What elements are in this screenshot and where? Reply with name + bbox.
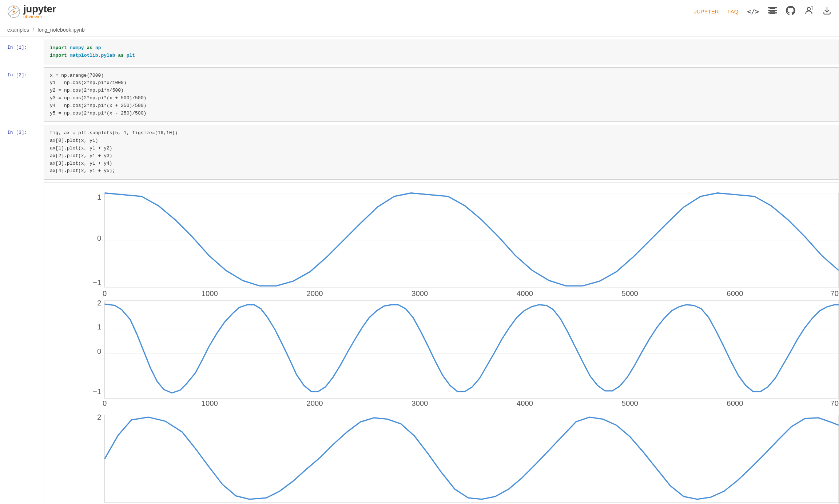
svg-point-3: [13, 6, 15, 8]
svg-rect-7: [770, 8, 775, 9]
faq-nav-link[interactable]: FAQ: [727, 8, 738, 15]
svg-text:1000: 1000: [202, 399, 218, 407]
logo-jupyter-label: jupyter: [23, 4, 56, 15]
jupyter-nav-link[interactable]: JUPYTER: [694, 8, 719, 15]
cell-1-label: In [1]:: [0, 40, 44, 50]
svg-text:2: 2: [97, 413, 101, 421]
notebook: In [1]: import numpy as np import matplo…: [0, 40, 839, 504]
svg-point-10: [807, 7, 811, 11]
chart-output: 1 0 −1 0 1000 2000 3000 4000 5000: [44, 183, 839, 504]
svg-line-11: [812, 7, 813, 7]
svg-text:4000: 4000: [517, 289, 533, 297]
breadcrumb-separator: /: [33, 27, 36, 33]
svg-text:−1: −1: [93, 279, 101, 287]
svg-rect-4: [768, 7, 777, 8]
svg-rect-28: [105, 301, 839, 398]
cell-1: In [1]: import numpy as np import matplo…: [0, 40, 839, 64]
svg-text:0: 0: [103, 399, 107, 407]
cell-3: In [3]: fig, ax = plt.subplots(5, 1, fig…: [0, 125, 839, 180]
github-icon[interactable]: [786, 6, 795, 17]
header: jupyter nbviewer JUPYTER FAQ </>: [0, 0, 839, 23]
svg-point-2: [13, 11, 15, 12]
svg-rect-6: [768, 12, 777, 13]
svg-text:1: 1: [97, 323, 101, 331]
header-nav: JUPYTER FAQ </>: [694, 6, 832, 17]
svg-text:−1: −1: [93, 388, 101, 396]
user-icon[interactable]: [804, 6, 814, 17]
logo-nbviewer-label: nbviewer: [23, 14, 56, 19]
logo-area: jupyter nbviewer: [7, 4, 56, 19]
svg-text:0: 0: [97, 347, 101, 355]
logo-text: jupyter nbviewer: [23, 4, 56, 19]
svg-rect-43: [105, 415, 839, 503]
cell-2-label: In [2]:: [0, 67, 44, 78]
svg-text:1000: 1000: [202, 289, 218, 297]
svg-text:7000: 7000: [830, 289, 839, 297]
svg-text:2: 2: [97, 299, 101, 307]
svg-text:5000: 5000: [622, 399, 638, 407]
svg-rect-5: [768, 10, 777, 11]
svg-text:5000: 5000: [622, 289, 638, 297]
chart-container: 1 0 −1 0 1000 2000 3000 4000 5000: [44, 183, 839, 504]
svg-text:0: 0: [103, 289, 107, 297]
breadcrumb-file: long_notebook.ipynb: [38, 27, 85, 33]
svg-rect-9: [770, 13, 775, 14]
cell-3-label: In [3]:: [0, 125, 44, 135]
svg-text:7000: 7000: [830, 399, 839, 407]
matplotlib-output-svg: 1 0 −1 0 1000 2000 3000 4000 5000: [44, 183, 839, 504]
menu-icon[interactable]: [768, 7, 777, 17]
svg-text:6000: 6000: [727, 289, 743, 297]
breadcrumb-examples[interactable]: examples: [7, 27, 29, 33]
cell-2-content: x = np.arange(7000) y1 = np.cos(2*np.pi*…: [44, 67, 839, 122]
svg-text:1: 1: [97, 193, 101, 201]
code-icon[interactable]: </>: [747, 8, 759, 15]
svg-text:3000: 3000: [411, 289, 428, 297]
breadcrumb: examples / long_notebook.ipynb: [0, 23, 839, 37]
cell-3-content: fig, ax = plt.subplots(5, 1, figsize=(16…: [44, 125, 839, 180]
svg-text:3000: 3000: [411, 399, 428, 407]
jupyter-logo-icon: [7, 5, 20, 18]
svg-rect-8: [770, 11, 775, 12]
svg-text:0: 0: [97, 234, 101, 242]
download-icon[interactable]: [822, 6, 832, 17]
cell-1-content: import numpy as np import matplotlib.pyl…: [44, 40, 839, 64]
svg-text:2000: 2000: [306, 289, 323, 297]
cell-2: In [2]: x = np.arange(7000) y1 = np.cos(…: [0, 67, 839, 122]
svg-text:6000: 6000: [727, 399, 743, 407]
svg-text:2000: 2000: [306, 399, 323, 407]
svg-text:4000: 4000: [517, 399, 533, 407]
